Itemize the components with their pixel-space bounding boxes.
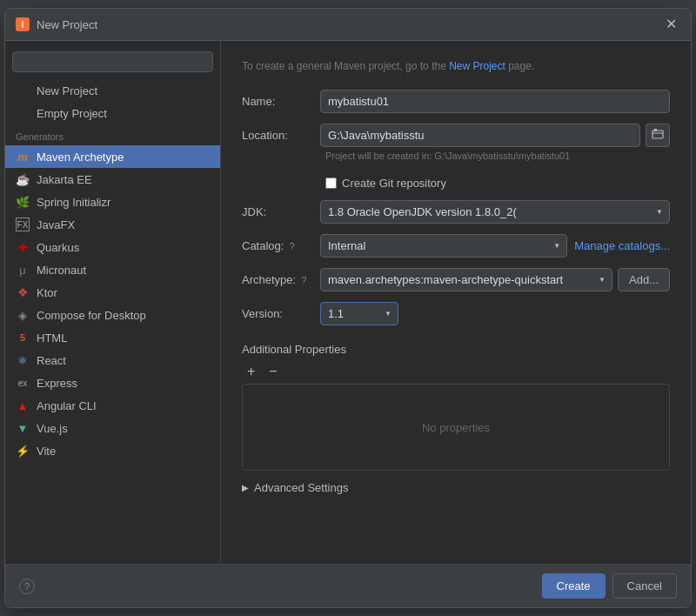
footer: ? Create Cancel [5,564,691,607]
name-row: Name: [242,90,670,113]
archetype-help-icon[interactable]: ? [301,275,306,285]
sidebar-item-react[interactable]: ⚛ React [5,349,220,372]
sidebar-item-ktor[interactable]: ❖ Ktor [5,281,220,304]
location-section: Location: Project will be created in: G:… [242,124,670,166]
name-label: Name: [242,95,320,108]
sidebar-item-label: Vue.js [37,422,68,435]
location-subinfo: Project will be created in: G:\Java\myba… [325,151,570,161]
jdk-label: JDK: [242,205,320,218]
location-browse-button[interactable] [646,124,670,147]
git-checkbox[interactable] [325,177,337,189]
catalog-select[interactable]: Internal [320,234,567,258]
git-checkbox-label[interactable]: Create Git repository [342,177,446,190]
vite-icon: ⚡ [16,444,30,458]
svg-rect-0 [652,131,663,138]
sidebar-item-vue-js[interactable]: ▼ Vue.js [5,417,220,439]
advanced-settings[interactable]: ▶ Advanced Settings [242,481,670,494]
dialog-title: New Project [37,18,97,31]
catalog-label: Catalog: ? [242,239,320,252]
browse-icon [652,128,664,140]
sidebar-item-spring-initializr[interactable]: 🌿 Spring Initializr [5,191,220,213]
location-input[interactable] [320,124,640,147]
sidebar-item-label: Maven Archetype [37,151,124,164]
remove-property-button[interactable]: − [264,363,282,380]
sidebar-item-empty-project[interactable]: Empty Project [5,102,220,124]
micronaut-icon: μ [16,263,30,277]
additional-properties: Additional Properties + − No properties [242,343,670,471]
sidebar-item-label: HTML [37,331,67,345]
compose-icon: ◈ [16,308,30,322]
sidebar-item-jakarta-ee[interactable]: ☕ Jakarta EE [5,168,220,191]
javafx-icon: FX [16,218,30,231]
cancel-button[interactable]: Cancel [612,573,677,599]
version-select[interactable]: 1.1 [320,302,398,325]
catalog-select-wrapper: Internal [320,234,567,258]
svg-rect-1 [654,129,657,131]
archetype-select-wrapper: maven.archetypes:maven-archetype-quickst… [320,268,612,291]
dialog-body: New Project Empty Project Generators m M… [5,41,691,564]
location-label: Location: [242,129,320,142]
info-text-prefix: To create a general Maven project, go to… [242,60,446,72]
props-area: No properties [242,384,670,471]
jdk-select-wrapper: 1.8 Oracle OpenJDK version 1.8.0_2( [320,200,670,224]
maven-archetype-icon: m [16,150,30,164]
location-field-group [320,124,670,147]
archetype-label: Archetype: ? [242,273,320,286]
footer-left: ? [19,573,535,599]
sidebar-item-label: Ktor [37,286,57,299]
sidebar-item-label: JavaFX [37,218,75,231]
create-button[interactable]: Create [542,573,606,599]
git-checkbox-row: Create Git repository [325,177,670,190]
sidebar-item-label: React [37,354,66,367]
sidebar-item-express[interactable]: ex Express [5,372,220,394]
add-archetype-button[interactable]: Add... [618,268,670,291]
main-content: To create a general Maven project, go to… [221,41,691,564]
sidebar-item-label: Spring Initializr [37,196,110,209]
ktor-icon: ❖ [16,285,30,299]
empty-project-icon [16,106,30,120]
props-toolbar: + − [242,363,670,380]
version-label: Version: [242,307,320,320]
jakarta-ee-icon: ☕ [16,172,30,186]
sidebar-item-micronaut[interactable]: μ Micronaut [5,258,220,281]
location-input-row: Location: [242,124,670,147]
sidebar-item-label: Quarkus [37,241,79,254]
sidebar-item-angular-cli[interactable]: ▲ Angular CLI [5,394,220,417]
react-icon: ⚛ [16,353,30,367]
spring-initializr-icon: 🌿 [16,195,30,209]
jdk-select[interactable]: 1.8 Oracle OpenJDK version 1.8.0_2( [320,200,670,224]
title-bar-left: I New Project [16,17,97,31]
close-button[interactable]: ✕ [662,16,680,33]
sidebar-item-label: Express [37,377,77,390]
app-icon: I [16,17,30,31]
sidebar-item-label: Compose for Desktop [37,309,146,322]
catalog-row: Catalog: ? Internal Manage catalogs... [242,234,670,258]
no-props-text: No properties [422,421,490,434]
add-property-button[interactable]: + [242,363,260,380]
search-input[interactable] [12,51,213,72]
new-project-icon [16,84,30,97]
sidebar-item-compose-for-desktop[interactable]: ◈ Compose for Desktop [5,304,220,326]
additional-props-title: Additional Properties [242,343,670,356]
manage-catalogs-link[interactable]: Manage catalogs... [574,239,670,252]
version-select-wrapper: 1.1 [320,302,398,325]
archetype-select[interactable]: maven.archetypes:maven-archetype-quickst… [320,268,612,291]
generators-label: Generators [5,124,220,145]
sidebar-item-maven-archetype[interactable]: m Maven Archetype [5,145,220,168]
info-link[interactable]: New Project [449,60,505,72]
sidebar-item-label: Vite [37,445,56,458]
sidebar-item-label: Angular CLI [37,399,97,412]
archetype-field-group: maven.archetypes:maven-archetype-quickst… [320,268,670,291]
search-box [5,48,220,79]
sidebar-item-vite[interactable]: ⚡ Vite [5,439,220,462]
sidebar-item-label: Jakarta EE [37,173,92,186]
sidebar: New Project Empty Project Generators m M… [5,41,221,564]
sidebar-item-javafx[interactable]: FX JavaFX [5,213,220,236]
sidebar-item-new-project[interactable]: New Project [5,79,220,102]
help-button[interactable]: ? [19,579,35,594]
sidebar-item-label: Micronaut [37,264,86,277]
name-input[interactable] [320,90,670,113]
sidebar-item-quarkus[interactable]: ✚ Quarkus [5,236,220,258]
sidebar-item-html[interactable]: 5 HTML [5,326,220,349]
catalog-help-icon[interactable]: ? [289,241,294,251]
